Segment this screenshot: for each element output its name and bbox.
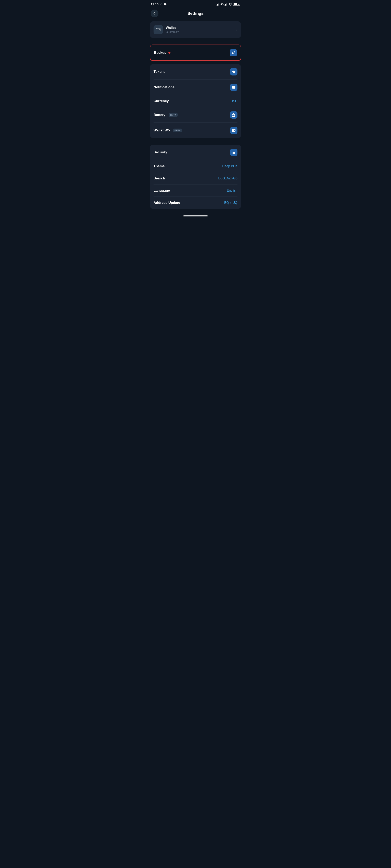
- battery-icon: [232, 113, 236, 117]
- theme-row[interactable]: Theme Deep Blue: [150, 160, 241, 172]
- security-icon-wrapper: [230, 149, 238, 156]
- language-label: Language: [153, 189, 227, 193]
- wallet-chevron-icon: ›: [236, 28, 238, 32]
- wallet-title: Wallet: [166, 26, 233, 30]
- search-value: DuckDuckGo: [218, 177, 238, 180]
- svg-point-17: [234, 130, 235, 131]
- svg-rect-7: [227, 3, 227, 6]
- signal2-icon: [224, 3, 228, 6]
- svg-rect-18: [232, 130, 235, 130]
- search-label: Search: [153, 176, 218, 180]
- status-right-icons: 4G 62: [217, 3, 240, 6]
- settings-header: Settings: [147, 7, 244, 21]
- status-bar: 11:15 4G: [147, 0, 244, 7]
- address-update-value: EQ » UQ: [224, 201, 238, 205]
- wallet-section-card: Wallet Customize ›: [150, 21, 241, 38]
- currency-value: USD: [230, 99, 238, 103]
- svg-point-10: [232, 53, 233, 54]
- battery-beta-badge: BETA: [169, 113, 178, 117]
- battery-status: 62: [233, 3, 240, 6]
- theme-value: Deep Blue: [222, 164, 238, 168]
- wallet-w5-label: Wallet W5 BETA: [153, 128, 230, 132]
- home-indicator: [183, 215, 208, 216]
- gear-icon: [164, 3, 167, 6]
- backup-section: Backup: [150, 44, 241, 61]
- backup-dot: [168, 52, 170, 54]
- wallet-icon: [156, 27, 161, 32]
- security-label: Security: [153, 150, 230, 154]
- backup-icon-wrapper: [230, 49, 237, 56]
- svg-rect-11: [232, 86, 235, 89]
- currency-label: Currency: [153, 99, 230, 103]
- settings-group-1: Tokens Notifications Currency USD Batter…: [150, 64, 241, 138]
- language-row[interactable]: Language English: [150, 185, 241, 197]
- svg-rect-2: [218, 3, 219, 5]
- svg-rect-6: [226, 3, 226, 5]
- star-icon: [232, 70, 236, 74]
- svg-rect-3: [219, 3, 219, 6]
- svg-rect-16: [232, 129, 235, 132]
- wallet-icon-wrapper: [153, 25, 163, 34]
- wifi-icon: [228, 3, 232, 6]
- wallet-w5-icon-wrapper: [230, 127, 238, 134]
- lock-icon: [232, 150, 236, 154]
- key-icon: [231, 51, 235, 55]
- wallet-row[interactable]: Wallet Customize ›: [150, 21, 241, 38]
- language-value: English: [227, 189, 238, 192]
- address-update-label: Address Update: [153, 201, 224, 205]
- battery-row[interactable]: Battery BETA: [150, 107, 241, 123]
- theme-label: Theme: [153, 164, 222, 168]
- tokens-icon-wrapper: [230, 68, 238, 75]
- svg-rect-5: [225, 4, 226, 5]
- security-row[interactable]: Security: [150, 145, 241, 160]
- svg-rect-20: [233, 153, 234, 154]
- svg-rect-0: [217, 5, 217, 6]
- battery-label: Battery BETA: [153, 113, 230, 117]
- battery-icon-wrapper: [230, 111, 238, 119]
- bottom-bar: [147, 212, 244, 221]
- settings-group-2: Security Theme Deep Blue Search DuckDuck…: [150, 145, 241, 209]
- status-time: 11:15: [151, 2, 167, 6]
- mute-icon: [160, 3, 163, 6]
- svg-rect-15: [232, 115, 234, 116]
- back-button[interactable]: [151, 9, 159, 17]
- svg-rect-12: [233, 86, 233, 86]
- svg-rect-9: [156, 28, 160, 31]
- network-type: 4G: [221, 3, 224, 5]
- backup-label: Backup: [154, 51, 230, 55]
- search-row[interactable]: Search DuckDuckGo: [150, 172, 241, 185]
- currency-row[interactable]: Currency USD: [150, 95, 241, 107]
- page-title: Settings: [188, 11, 204, 16]
- notifications-label: Notifications: [153, 85, 230, 89]
- wallet2-icon: [232, 128, 236, 132]
- tokens-row[interactable]: Tokens: [150, 64, 241, 80]
- wallet-text: Wallet Customize: [166, 26, 233, 34]
- bell-icon: [232, 85, 236, 89]
- tokens-label: Tokens: [153, 70, 230, 74]
- notifications-icon-wrapper: [230, 84, 238, 91]
- wallet-subtitle: Customize: [166, 30, 233, 34]
- address-update-row[interactable]: Address Update EQ » UQ: [150, 197, 241, 209]
- svg-rect-14: [233, 113, 234, 114]
- signal-icon: [217, 3, 220, 6]
- wallet-w5-beta-badge: BETA: [173, 129, 182, 132]
- svg-rect-4: [225, 5, 225, 6]
- wallet-w5-row[interactable]: Wallet W5 BETA: [150, 123, 241, 138]
- svg-rect-1: [217, 4, 218, 5]
- notifications-row[interactable]: Notifications: [150, 80, 241, 95]
- svg-point-8: [230, 5, 230, 6]
- back-chevron-icon: [153, 11, 156, 15]
- backup-row[interactable]: Backup: [150, 45, 241, 60]
